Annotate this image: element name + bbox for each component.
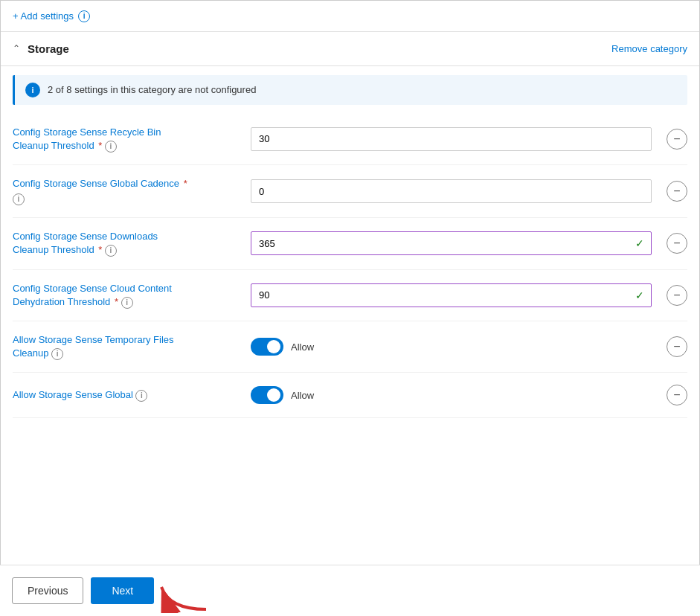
info-banner-icon: i — [25, 83, 40, 97]
allow-global-remove-btn[interactable]: − — [667, 385, 687, 405]
downloads-cleanup-info-icon[interactable]: i — [105, 245, 117, 257]
allow-global-toggle-label: Allow — [291, 390, 314, 401]
setting-label-downloads-cleanup: Config Storage Sense Downloads Cleanup T… — [13, 231, 158, 255]
add-settings-link[interactable]: + Add settings i — [13, 10, 90, 22]
temp-files-slider — [251, 338, 283, 356]
downloads-cleanup-remove-btn[interactable]: − — [667, 233, 687, 254]
required-star-cloud-dehydration: * — [115, 296, 118, 307]
setting-control-temp-files: Allow — [251, 338, 652, 356]
required-star-global-cadence: * — [184, 178, 187, 189]
storage-section: ⌃ Storage Remove category i 2 of 8 setti… — [1, 32, 699, 419]
recycle-bin-remove-btn[interactable]: − — [667, 129, 687, 150]
setting-label-group-cloud-dehydration: Config Storage Sense Cloud Content Dehyd… — [13, 282, 236, 309]
setting-label-global-cadence: Config Storage Sense Global Cadence * i — [13, 178, 187, 204]
temp-files-toggle-label: Allow — [291, 341, 314, 353]
setting-label-temp-files: Allow Storage Sense Temporary Files Clea… — [13, 334, 174, 359]
section-title-group: ⌃ Storage — [13, 42, 69, 55]
allow-global-slider — [251, 386, 283, 404]
setting-label-recycle-bin: Config Storage Sense Recycle Bin Cleanup… — [13, 126, 161, 151]
setting-row-recycle-bin: Config Storage Sense Recycle Bin Cleanup… — [13, 114, 687, 165]
section-title: Storage — [28, 42, 69, 55]
next-button[interactable]: Next — [91, 577, 154, 604]
setting-control-recycle-bin — [251, 127, 652, 151]
allow-global-toggle[interactable] — [251, 386, 283, 404]
downloads-cleanup-select-wrapper: 365 0 1 30 60 ✓ — [251, 231, 652, 255]
setting-row-cloud-dehydration: Config Storage Sense Cloud Content Dehyd… — [13, 270, 687, 321]
setting-label-group-downloads-cleanup: Config Storage Sense Downloads Cleanup T… — [13, 230, 236, 257]
info-banner: i 2 of 8 settings in this category are n… — [13, 75, 687, 105]
temp-files-info-icon[interactable]: i — [51, 348, 63, 360]
cloud-dehydration-info-icon[interactable]: i — [121, 297, 133, 309]
setting-row-global-cadence: Config Storage Sense Global Cadence * i … — [13, 165, 687, 218]
required-star-recycle-bin: * — [98, 140, 102, 151]
setting-row-downloads-cleanup: Config Storage Sense Downloads Cleanup T… — [13, 218, 687, 269]
setting-control-global-cadence — [251, 179, 652, 203]
setting-control-allow-global: Allow — [251, 386, 652, 404]
setting-label-group-recycle-bin: Config Storage Sense Recycle Bin Cleanup… — [13, 126, 236, 153]
cloud-dehydration-remove-btn[interactable]: − — [667, 285, 687, 306]
global-cadence-input[interactable] — [251, 179, 652, 203]
cloud-dehydration-select-wrapper: 90 0 30 60 ✓ — [251, 283, 652, 307]
downloads-cleanup-select[interactable]: 365 0 1 30 60 — [251, 231, 652, 255]
setting-control-cloud-dehydration: 90 0 30 60 ✓ — [251, 283, 652, 307]
red-arrow-indicator — [154, 576, 213, 613]
setting-control-downloads-cleanup: 365 0 1 30 60 ✓ — [251, 231, 652, 255]
section-header: ⌃ Storage Remove category — [1, 32, 699, 66]
add-settings-info-icon[interactable]: i — [78, 10, 90, 22]
global-cadence-remove-btn[interactable]: − — [667, 181, 687, 202]
required-star-downloads-cleanup: * — [98, 244, 102, 255]
temp-files-toggle[interactable] — [251, 338, 283, 356]
cloud-dehydration-select[interactable]: 90 0 30 60 — [251, 283, 652, 307]
setting-label-cloud-dehydration: Config Storage Sense Cloud Content Dehyd… — [13, 283, 172, 307]
allow-global-toggle-group: Allow — [251, 386, 652, 404]
bottom-bar: Previous Next — [0, 565, 700, 616]
setting-row-allow-global: Allow Storage Sense Global i Allow − — [13, 373, 687, 418]
collapse-icon[interactable]: ⌃ — [13, 43, 20, 54]
setting-label-allow-global: Allow Storage Sense Global i — [13, 389, 147, 400]
settings-list: Config Storage Sense Recycle Bin Cleanup… — [1, 114, 699, 419]
remove-category-link[interactable]: Remove category — [611, 43, 687, 54]
previous-button[interactable]: Previous — [12, 577, 83, 604]
add-settings-label: + Add settings — [13, 10, 74, 22]
temp-files-remove-btn[interactable]: − — [667, 336, 687, 357]
setting-label-group-allow-global: Allow Storage Sense Global i — [13, 388, 236, 402]
setting-row-temp-files: Allow Storage Sense Temporary Files Clea… — [13, 321, 687, 373]
global-cadence-info-icon[interactable]: i — [13, 193, 25, 205]
info-banner-text: 2 of 8 settings in this category are not… — [48, 84, 256, 95]
recycle-bin-input[interactable] — [251, 127, 652, 151]
setting-label-group-temp-files: Allow Storage Sense Temporary Files Clea… — [13, 333, 236, 360]
recycle-bin-info-icon[interactable]: i — [105, 141, 117, 153]
allow-global-info-icon[interactable]: i — [135, 390, 147, 402]
temp-files-toggle-group: Allow — [251, 338, 652, 356]
setting-label-group-global-cadence: Config Storage Sense Global Cadence * i — [13, 177, 236, 205]
top-bar: + Add settings i — [1, 1, 699, 32]
